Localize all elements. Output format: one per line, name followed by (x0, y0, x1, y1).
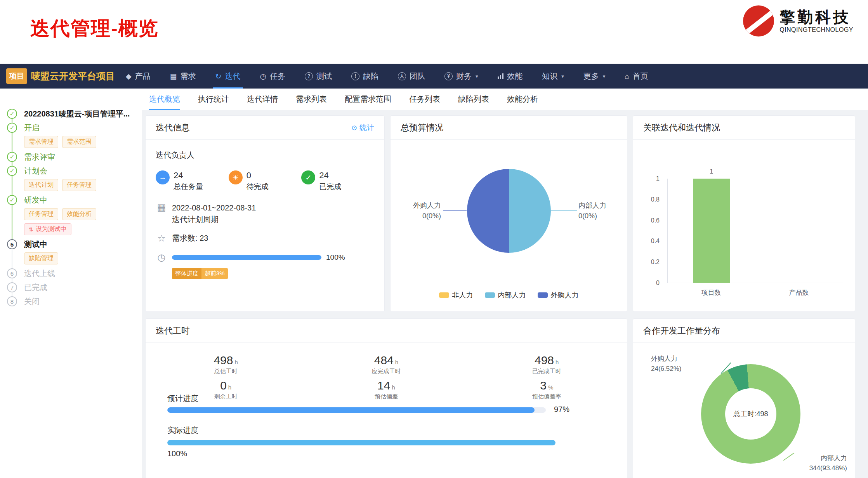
nav-item-任务[interactable]: ◷任务 (259, 64, 286, 89)
nav-item-团队[interactable]: 人团队 (397, 64, 426, 89)
progress-badge-value: 超前3% (201, 268, 228, 279)
nav-item-label: 知识 (542, 71, 557, 82)
nav-item-首页[interactable]: ⌂首页 (624, 64, 649, 89)
nav-item-更多[interactable]: 更多▾ (583, 64, 606, 89)
step-label: 迭代上线 (24, 268, 137, 278)
plan-period-value: 2022-08-01~2022-08-31 (172, 202, 256, 214)
nav-item-知识[interactable]: 知识▾ (541, 64, 565, 89)
tab-效能分析[interactable]: 效能分析 (507, 89, 538, 110)
work-hour-group: 498h已完成工时3%预估偏差率 (467, 354, 627, 404)
tab-bar: 迭代概览执行统计迭代详情需求列表配置需求范围任务列表缺陷列表效能分析 (142, 89, 868, 110)
expected-progress-percent: 97% (554, 405, 569, 414)
logo-text: 擎勤科技 QINQINGTECHNOLOGY (779, 9, 853, 33)
work-hours-body: 498h总估工时0h剩余工时484h应完成工时14h预估偏差498h已完成工时3… (146, 343, 627, 478)
screen: 迭代管理-概览 擎勤科技 QINQINGTECHNOLOGY 项目 唛盟云开发平… (0, 0, 868, 478)
bar-plot: 1 (667, 179, 843, 283)
nav-item-测试[interactable]: ?测试 (304, 64, 333, 89)
calendar-icon (156, 202, 167, 213)
company-logo: 擎勤科技 QINQINGTECHNOLOGY (743, 5, 853, 37)
bar-项目数: 1 (693, 179, 730, 283)
logo-icon (743, 5, 774, 37)
budget-chart: 外购人力 0(0%) 内部人力 0(0%) 非人力内部人力外购人力 (391, 140, 627, 312)
home-icon: ⌂ (625, 73, 629, 80)
step-button-需求范围[interactable]: 需求范围 (62, 136, 96, 148)
requirement-icon: ▤ (170, 73, 177, 80)
work-hour-value: 498h (146, 354, 306, 367)
statistics-link[interactable]: 统计 (351, 123, 374, 133)
sidebar-project-title: ✓20220831唛盟云-项目管理平... (7, 109, 137, 119)
tab-需求列表[interactable]: 需求列表 (296, 89, 327, 110)
actual-progress-fill (167, 440, 556, 445)
step-关闭: 8关闭 (7, 296, 137, 306)
bar-slot-项目数: 1 (668, 179, 755, 283)
card-cooperation: 合作开发工作量分布 总工时:498 外购人力 24(6.52%) 内部人力 34… (633, 318, 855, 478)
tab-缺陷列表[interactable]: 缺陷列表 (458, 89, 489, 110)
legend-label: 外购人力 (551, 290, 579, 300)
step-button-需求管理[interactable]: 需求管理 (24, 136, 58, 148)
step-connector (12, 176, 12, 196)
legend-item-非人力: 非人力 (439, 290, 473, 300)
swap-icon: ⇅ (29, 226, 33, 233)
work-hour-value: 498h (467, 354, 627, 367)
nav-item-迭代[interactable]: ↻迭代 (215, 64, 241, 89)
set-testing-label: 设为测试中 (36, 225, 67, 233)
expected-progress-label: 预计进度 (167, 393, 198, 404)
step-button-任务管理[interactable]: 任务管理 (24, 208, 58, 220)
stat-label: 已完成 (319, 182, 341, 192)
tab-迭代详情[interactable]: 迭代详情 (247, 89, 278, 110)
chevron-down-icon: ▾ (476, 73, 478, 79)
progress-badge: 整体进度 超前3% (172, 268, 228, 279)
donut-center-label: 总工时:498 (725, 388, 776, 440)
y-tick: 0.6 (651, 217, 660, 224)
nav-item-效能[interactable]: 效能 (497, 64, 524, 89)
step-button-任务管理[interactable]: 任务管理 (62, 179, 96, 191)
info-stat-待完成: ☀0待完成 (229, 170, 302, 192)
step-button-迭代计划[interactable]: 迭代计划 (24, 179, 58, 191)
step-button-效能分析[interactable]: 效能分析 (62, 208, 96, 220)
nav-item-缺陷[interactable]: !缺陷 (351, 64, 379, 89)
set-testing-button[interactable]: ⇅设为测试中 (24, 223, 71, 235)
card-head: 迭代工时 (146, 319, 627, 343)
clock-icon (156, 252, 167, 263)
step-connector (12, 249, 12, 269)
step-label: 20220831唛盟云-项目管理平... (24, 109, 137, 119)
tab-迭代概览[interactable]: 迭代概览 (149, 89, 180, 110)
pending-icon: ☀ (229, 170, 243, 184)
step-label: 计划会 (24, 166, 137, 176)
nav-item-label: 财务 (456, 71, 472, 82)
project-name[interactable]: 唛盟云开发平台项目 (31, 70, 115, 82)
stat-label: 待完成 (247, 182, 269, 192)
step-number: 8 (7, 296, 17, 306)
nav-item-label: 产品 (135, 71, 151, 82)
overall-progress-fill (172, 255, 321, 260)
iteration-info-body: 迭代负责人 →24总任务量☀0待完成✓24已完成 2022-08-01~2022… (146, 140, 384, 289)
step-计划会: ✓计划会迭代计划任务管理 (7, 166, 137, 191)
work-hour-value: 484h (306, 354, 466, 367)
pie-label-line (551, 210, 577, 211)
nav-item-需求[interactable]: ▤需求 (169, 64, 197, 89)
check-icon: ✓ (7, 166, 17, 176)
pie-label-outsourced: 外购人力 0(0%) (396, 200, 441, 221)
step-label: 测试中 (24, 239, 137, 249)
chart-icon (351, 123, 357, 132)
requirement-count: 需求数: 23 (172, 233, 208, 243)
step-已完成: 7已完成 (7, 282, 137, 292)
card-relation: 关联迭代和迭代情况 10.80.60.40.20 1 项目数产品数 (633, 115, 855, 312)
sidebar: ✓20220831唛盟云-项目管理平...✓开启需求管理需求范围✓需求评审✓计划… (0, 89, 142, 478)
tab-配置需求范围[interactable]: 配置需求范围 (345, 89, 391, 110)
requirement-count-row: 需求数: 23 (156, 233, 374, 244)
requirement-count-label: 需求数: (172, 234, 198, 242)
relation-chart: 10.80.60.40.20 1 项目数产品数 (633, 140, 855, 312)
iteration-stepper: ✓20220831唛盟云-项目管理平...✓开启需求管理需求范围✓需求评审✓计划… (7, 109, 137, 306)
nav-item-财务[interactable]: ¥财务▾ (444, 64, 479, 89)
legend-swatch (485, 292, 495, 298)
step-button-缺陷管理[interactable]: 缺陷管理 (24, 252, 58, 264)
work-hour-label: 总估工时 (146, 368, 306, 375)
work-hour-value: 14h (306, 379, 466, 392)
tab-执行统计[interactable]: 执行统计 (198, 89, 229, 110)
tab-任务列表[interactable]: 任务列表 (409, 89, 440, 110)
nav-item-产品[interactable]: ◆产品 (125, 64, 151, 89)
overall-progress-row: 100% (156, 252, 374, 263)
arrow-icon: → (156, 170, 170, 184)
task-stats: →24总任务量☀0待完成✓24已完成 (156, 170, 374, 192)
